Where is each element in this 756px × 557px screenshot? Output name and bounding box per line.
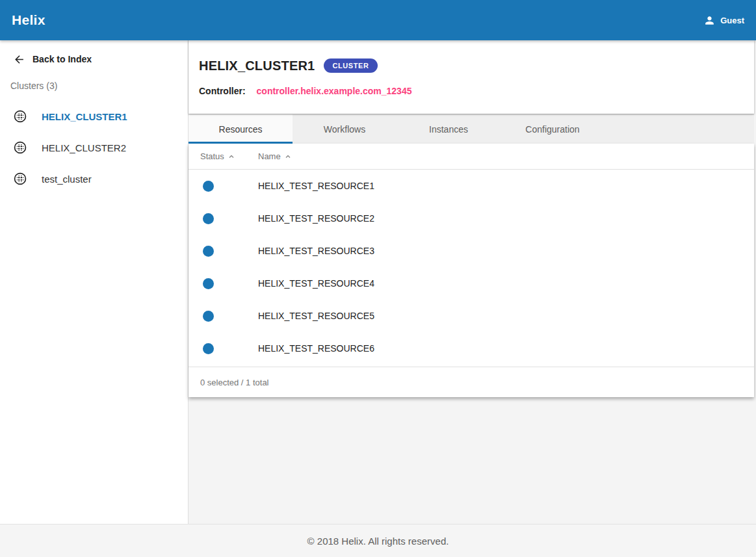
status-cell [189, 213, 258, 224]
status-dot-icon [203, 181, 214, 192]
arrow-left-icon [13, 53, 25, 66]
status-dot-icon [203, 213, 214, 224]
resource-name: HELIX_TEST_RESOURCE6 [258, 343, 754, 354]
sidebar: Back to Index Clusters (3) HELIX_CLUSTER… [0, 40, 189, 524]
resource-name: HELIX_TEST_RESOURCE5 [258, 311, 754, 321]
cluster-list: HELIX_CLUSTER1 HELIX_CLUSTER2 [0, 101, 188, 194]
resource-name: HELIX_TEST_RESOURCE4 [258, 278, 754, 289]
controller-label: Controller: [199, 86, 246, 96]
status-cell [189, 246, 258, 257]
table-header-row: Status Name [189, 144, 754, 170]
column-header-status[interactable]: Status [189, 151, 258, 161]
table-row[interactable]: HELIX_TEST_RESOURCE3 [189, 235, 754, 267]
main-content: HELIX_CLUSTER1 CLUSTER Controller: contr… [189, 40, 756, 524]
status-dot-icon [203, 246, 214, 257]
clusters-section-label: Clusters (3) [0, 81, 188, 91]
tab-instances[interactable]: Instances [397, 114, 501, 144]
sidebar-item-helix-cluster1[interactable]: HELIX_CLUSTER1 [0, 101, 188, 132]
table-row[interactable]: HELIX_TEST_RESOURCE5 [189, 300, 754, 332]
status-dot-icon [203, 311, 214, 322]
table-row[interactable]: HELIX_TEST_RESOURCE4 [189, 267, 754, 300]
person-icon [703, 14, 716, 27]
status-cell [189, 343, 258, 354]
resource-name: HELIX_TEST_RESOURCE1 [258, 181, 754, 191]
status-cell [189, 181, 258, 192]
tab-configuration[interactable]: Configuration [501, 114, 605, 144]
page-body: Back to Index Clusters (3) HELIX_CLUSTER… [0, 40, 756, 524]
blur-circular-icon [13, 109, 27, 123]
selection-summary: 0 selected / 1 total [189, 367, 754, 397]
status-dot-icon [203, 343, 214, 354]
table-row[interactable]: HELIX_TEST_RESOURCE6 [189, 332, 754, 365]
tab-workflows[interactable]: Workflows [293, 114, 397, 144]
app-logo[interactable]: Helix [12, 12, 46, 28]
cluster-item-label: test_cluster [42, 174, 92, 185]
table-row[interactable]: HELIX_TEST_RESOURCE1 [189, 170, 754, 202]
app-root: Helix Guest Back to Index Clusters (3) [0, 0, 756, 557]
resource-name: HELIX_TEST_RESOURCE2 [258, 213, 754, 224]
tab-bar: Resources Workflows Instances Configurat… [189, 114, 754, 144]
user-menu[interactable]: Guest [703, 14, 744, 27]
table-row[interactable]: HELIX_TEST_RESOURCE2 [189, 202, 754, 235]
page-title: HELIX_CLUSTER1 [199, 58, 315, 73]
caret-up-icon [228, 153, 235, 160]
cluster-type-badge: CLUSTER [324, 58, 377, 73]
status-cell [189, 278, 258, 289]
copyright-text: © 2018 Helix. All rights reserved. [307, 536, 449, 547]
resources-table: Status Name [189, 144, 754, 397]
column-header-label: Status [200, 151, 224, 161]
user-label: Guest [720, 16, 744, 25]
controller-row: Controller: controller.helix.example.com… [199, 86, 744, 96]
column-header-label: Name [258, 151, 281, 161]
tab-resources[interactable]: Resources [189, 114, 293, 144]
page-footer: © 2018 Helix. All rights reserved. [0, 524, 756, 557]
sidebar-item-helix-cluster2[interactable]: HELIX_CLUSTER2 [0, 132, 188, 163]
cluster-header-card: HELIX_CLUSTER1 CLUSTER Controller: contr… [189, 40, 754, 114]
status-dot-icon [203, 278, 214, 289]
blur-circular-icon [13, 172, 27, 186]
app-header: Helix Guest [0, 0, 756, 40]
resource-name: HELIX_TEST_RESOURCE3 [258, 246, 754, 256]
back-to-index-label: Back to Index [33, 54, 92, 64]
sidebar-item-test-cluster[interactable]: test_cluster [0, 163, 188, 194]
back-to-index-link[interactable]: Back to Index [0, 51, 188, 68]
cluster-item-label: HELIX_CLUSTER2 [42, 142, 126, 153]
cluster-item-label: HELIX_CLUSTER1 [42, 111, 127, 122]
caret-up-icon [285, 153, 291, 160]
controller-link[interactable]: controller.helix.example.com_12345 [257, 86, 412, 96]
title-row: HELIX_CLUSTER1 CLUSTER [199, 58, 744, 73]
status-cell [189, 311, 258, 322]
blur-circular-icon [13, 140, 27, 155]
column-header-name[interactable]: Name [258, 151, 754, 161]
